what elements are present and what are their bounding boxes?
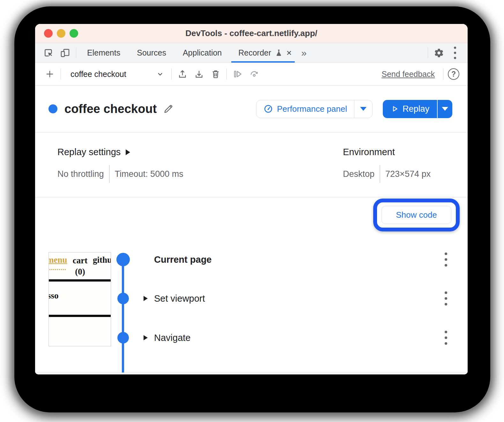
kebab-icon xyxy=(454,52,456,54)
divider xyxy=(380,165,380,183)
expand-step-icon[interactable] xyxy=(144,296,148,301)
replay-settings-label: Replay settings xyxy=(57,147,121,157)
kebab-icon xyxy=(445,297,447,300)
titlebar: DevTools - coffee-cart.netlify.app/ xyxy=(35,24,468,43)
kebab-icon xyxy=(445,336,447,339)
tab-recorder[interactable]: Recorder × xyxy=(230,43,296,63)
add-recording-button[interactable] xyxy=(41,66,58,82)
kebab-icon xyxy=(445,303,447,305)
timeline-dot xyxy=(117,332,129,343)
show-code-label: Show code xyxy=(396,210,437,220)
tab-sources[interactable]: Sources xyxy=(129,43,174,63)
plus-icon xyxy=(45,69,55,79)
question-icon: ? xyxy=(451,70,456,79)
divider xyxy=(61,68,61,80)
kebab-icon xyxy=(445,331,447,333)
devtools-menu-button[interactable] xyxy=(447,43,463,63)
thumbnail-github-text: github xyxy=(93,255,111,265)
rerun-icon xyxy=(249,69,259,79)
page-thumbnail: menu cart (0) github sso xyxy=(48,252,111,346)
divider xyxy=(171,68,172,80)
viewport-value: 723×574 px xyxy=(385,169,431,179)
tabbar: Elements Sources Application Recorder × … xyxy=(35,43,468,63)
timeline-dot xyxy=(116,253,130,266)
step-current-page[interactable]: Current page xyxy=(144,252,458,267)
recording-status-dot xyxy=(48,104,57,113)
help-button[interactable]: ? xyxy=(448,68,459,80)
thumbnail-cart-word: cart xyxy=(70,255,90,266)
rerun-button[interactable] xyxy=(246,66,263,82)
performance-panel-button-group: Performance panel xyxy=(256,100,373,118)
speedometer-icon xyxy=(263,104,273,114)
import-recording-button[interactable] xyxy=(174,66,191,82)
performance-panel-button[interactable]: Performance panel xyxy=(256,100,354,118)
recording-select[interactable]: coffee checkout xyxy=(63,65,169,83)
caret-down-icon xyxy=(360,107,367,111)
replay-caret-button[interactable] xyxy=(438,100,452,118)
download-icon xyxy=(194,69,204,79)
step-label: Navigate xyxy=(154,333,190,343)
devtools-window: DevTools - coffee-cart.netlify.app/ Elem… xyxy=(35,24,468,374)
tab-label: Sources xyxy=(137,48,166,57)
inspect-element-button[interactable] xyxy=(40,43,57,63)
upload-icon xyxy=(177,69,188,79)
recording-title: coffee checkout xyxy=(64,102,157,116)
tab-elements[interactable]: Elements xyxy=(79,43,129,63)
kebab-icon xyxy=(445,342,447,345)
show-code-button[interactable]: Show code xyxy=(382,206,451,224)
tab-label: Application xyxy=(183,48,222,57)
send-feedback-link[interactable]: Send feedback xyxy=(382,70,435,79)
expand-right-icon xyxy=(126,149,130,155)
thumbnail-dotted-line xyxy=(49,269,67,270)
play-icon xyxy=(390,105,399,113)
recorder-toolbar: coffee checkout xyxy=(35,63,468,86)
timeline-line xyxy=(122,260,124,373)
export-recording-button[interactable] xyxy=(191,66,207,82)
performance-panel-label: Performance panel xyxy=(277,104,347,114)
kebab-icon xyxy=(454,47,456,49)
replay-label: Replay xyxy=(403,104,429,114)
kebab-icon xyxy=(445,258,447,261)
edit-title-button[interactable] xyxy=(163,103,174,114)
step-menu-button[interactable] xyxy=(443,329,448,346)
expand-step-icon[interactable] xyxy=(144,335,148,340)
close-recorder-tab-icon[interactable]: × xyxy=(286,49,292,57)
settings-button[interactable] xyxy=(431,43,447,63)
close-window-button[interactable] xyxy=(44,29,53,38)
step-navigate[interactable]: Navigate xyxy=(144,331,458,345)
trash-icon xyxy=(211,69,221,79)
tab-application[interactable]: Application xyxy=(174,43,230,63)
steps-panel: Show code menu cart (0) github sso Curre… xyxy=(35,197,468,373)
kebab-icon xyxy=(445,291,447,294)
environment-block: Environment Desktop 723×574 px xyxy=(343,147,431,183)
chevron-down-icon xyxy=(156,70,164,78)
replay-settings-toggle[interactable]: Replay settings xyxy=(57,147,183,157)
environment-label: Environment xyxy=(343,147,395,157)
step-over-button[interactable] xyxy=(229,66,246,82)
gear-icon xyxy=(434,48,444,58)
delete-recording-button[interactable] xyxy=(207,66,224,82)
recording-header: coffee checkout Performance panel xyxy=(35,86,468,132)
more-tabs-button[interactable]: » xyxy=(296,43,312,63)
performance-panel-caret-button[interactable] xyxy=(354,100,372,118)
minimize-window-button[interactable] xyxy=(57,29,65,38)
device-value: Desktop xyxy=(343,169,374,179)
device-toolbar-button[interactable] xyxy=(57,43,73,63)
step-label: Current page xyxy=(154,254,211,265)
replay-settings-block: Replay settings No throttling Timeout: 5… xyxy=(57,147,183,183)
divider xyxy=(76,48,76,58)
zoom-window-button[interactable] xyxy=(70,29,78,38)
caret-down-icon xyxy=(442,107,448,111)
step-menu-button[interactable] xyxy=(443,290,448,307)
divider xyxy=(226,68,227,80)
thumbnail-menu-text: menu xyxy=(48,255,67,265)
step-set-viewport[interactable]: Set viewport xyxy=(144,291,458,305)
inspect-icon xyxy=(43,48,54,58)
replay-button[interactable]: Replay xyxy=(383,100,437,118)
recording-select-value: coffee checkout xyxy=(70,70,126,79)
thumbnail-cart-text: cart (0) xyxy=(70,255,90,277)
step-menu-button[interactable] xyxy=(443,251,448,268)
step-label: Set viewport xyxy=(154,293,205,304)
window-title: DevTools - coffee-cart.netlify.app/ xyxy=(185,28,317,38)
settings-section: Replay settings No throttling Timeout: 5… xyxy=(35,133,468,197)
